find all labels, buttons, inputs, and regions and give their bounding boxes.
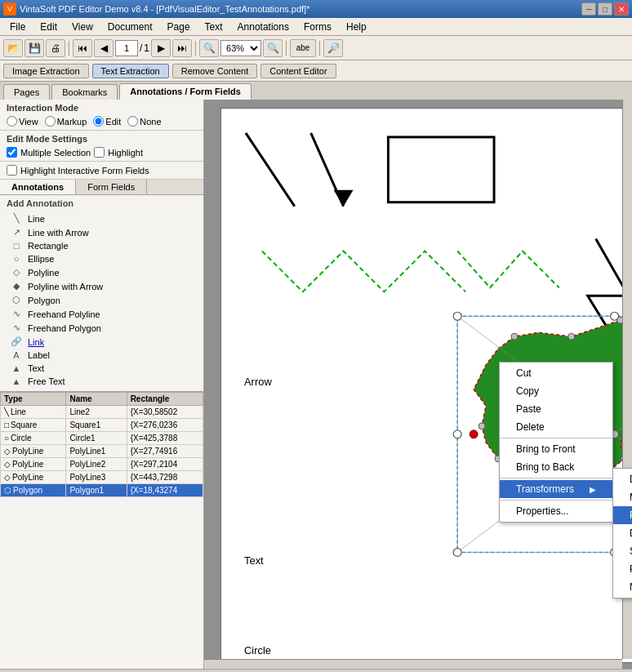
title-bar-controls[interactable]: ─ □ ✕ [581, 2, 629, 16]
submenu-skew[interactable]: Skew [613, 542, 632, 560]
print-button[interactable]: 🖨 [46, 39, 65, 57]
add-annotation-list: Add Annotation ╲ Line ↗ Line with Arrow … [0, 195, 203, 391]
submenu-move-resize-rotate[interactable]: Move/Resize/Rotate [613, 488, 632, 506]
next-page-button[interactable]: ▶ [151, 39, 171, 57]
ctx-bring-back[interactable]: Bring to Back [500, 458, 612, 476]
polyline-icon: ◇ [10, 267, 23, 278]
add-polygon[interactable]: ⬡ Polygon [7, 293, 197, 307]
table-row[interactable]: ◇PolyLine PolyLine3 {X=443,7298 [1, 471, 203, 484]
zoom-select[interactable]: 63% 100% 150% [220, 40, 261, 56]
remove-content-button[interactable]: Remove Content [172, 64, 258, 78]
menu-help[interactable]: Help [340, 20, 373, 34]
table-row[interactable]: ◇PolyLine PolyLine2 {X=297,2104 [1, 458, 203, 471]
mode-markup[interactable]: Markup [45, 116, 87, 127]
table-row[interactable]: ╲Line Line2 {X=30,58502 [1, 406, 203, 419]
submenu-distortion[interactable]: Distortion [613, 524, 632, 542]
add-polyline[interactable]: ◇ Polyline [7, 265, 197, 279]
ctx-bring-front[interactable]: Bring to Front [500, 440, 612, 458]
zoom-out-button[interactable]: 🔍 [199, 39, 219, 57]
annotation-table-area: Type Name Rectangle ╲Line Line2 {X=30,58… [0, 391, 203, 669]
freehand-polyline-icon: ∿ [10, 309, 23, 319]
submenu-arrow-icon: ▶ [590, 485, 596, 494]
row-rect: {X=30,58502 [127, 406, 203, 419]
minimize-button[interactable]: ─ [581, 2, 596, 16]
menu-view[interactable]: View [65, 20, 100, 34]
row-name: Circle1 [66, 432, 127, 445]
add-ellipse[interactable]: ○ Ellipse [7, 252, 197, 265]
col-type: Type [1, 393, 66, 406]
search-button[interactable]: 🔎 [323, 39, 343, 57]
submenu-default[interactable]: Default [613, 470, 632, 488]
svg-point-25 [568, 333, 575, 340]
add-freehand-polygon[interactable]: ∿ Freehand Polygon [7, 321, 197, 335]
ann-tab-annotations[interactable]: Annotations [0, 180, 76, 194]
close-button[interactable]: ✕ [614, 2, 629, 16]
submenu-none[interactable]: None [613, 578, 632, 596]
ctx-cut[interactable]: Cut [500, 364, 612, 382]
tab-pages[interactable]: Pages [3, 84, 50, 100]
prev-page-button[interactable]: ◀ [94, 39, 113, 57]
menu-file[interactable]: File [3, 20, 32, 34]
save-button[interactable]: 💾 [24, 39, 44, 57]
canvas-area[interactable]: Arrow Text Circle Cut Copy Paste [204, 100, 632, 669]
add-text[interactable]: ▲ Text [7, 362, 197, 375]
menu-text[interactable]: Text [198, 20, 229, 34]
highlight-form-fields-label[interactable]: Highlight Interactive Form Fields [7, 165, 149, 176]
mode-edit[interactable]: Edit [93, 116, 121, 127]
ctx-paste[interactable]: Paste [500, 400, 612, 418]
ctx-copy[interactable]: Copy [500, 382, 612, 400]
menu-page[interactable]: Page [161, 20, 197, 34]
table-row-selected[interactable]: ⬡Polygon Polygon1 {X=18,43274 [1, 484, 203, 497]
text-extraction-button[interactable]: Text Extraction [92, 64, 169, 78]
ctx-transformers[interactable]: Transformers ▶ [500, 480, 612, 498]
zoom-in-button[interactable]: 🔍 [263, 39, 283, 57]
add-line-arrow[interactable]: ↗ Line with Arrow [7, 225, 197, 239]
submenu-points-move-resize-rotate[interactable]: Points/Move/Resize/Rotate [613, 506, 632, 524]
last-page-button[interactable]: ⏭ [172, 39, 192, 57]
pdf-canvas[interactable]: Arrow Text Circle Cut Copy Paste [220, 108, 632, 663]
add-link[interactable]: 🔗 Link [7, 335, 197, 349]
highlight-form-fields-section: Highlight Interactive Form Fields [0, 162, 203, 180]
add-label[interactable]: A Label [7, 349, 197, 362]
menu-annotations[interactable]: Annotations [231, 20, 296, 34]
title-bar: V VintaSoft PDF Editor Demo v8.4 - [PdfV… [0, 0, 632, 18]
first-page-button[interactable]: ⏮ [73, 39, 92, 57]
submenu-points[interactable]: Points [613, 560, 632, 578]
annotation-tabs: Annotations Form Fields [0, 180, 203, 195]
ctx-properties[interactable]: Properties... [500, 502, 612, 520]
mode-none[interactable]: None [127, 116, 161, 127]
content-editor-button[interactable]: Content Editor [260, 64, 336, 78]
svg-point-14 [453, 312, 461, 320]
ctx-delete[interactable]: Delete [500, 418, 612, 436]
add-freehand-polyline[interactable]: ∿ Freehand Polyline [7, 307, 197, 321]
add-polyline-arrow[interactable]: ◆ Polyline with Arrow [7, 279, 197, 293]
svg-text:Circle: Circle [244, 644, 271, 656]
maximize-button[interactable]: □ [598, 2, 612, 16]
menu-edit[interactable]: Edit [33, 20, 64, 34]
menu-forms[interactable]: Forms [297, 20, 338, 34]
highlight-label[interactable]: Highlight [94, 147, 143, 158]
image-extraction-button[interactable]: Image Extraction [3, 64, 89, 78]
annotation-table-scroll[interactable]: Type Name Rectangle ╲Line Line2 {X=30,58… [0, 392, 203, 497]
add-free-text[interactable]: ▲ Free Text [7, 375, 197, 388]
app-icon: V [3, 2, 16, 16]
table-row[interactable]: □Square Square1 {X=276,0236 [1, 419, 203, 432]
table-row[interactable]: ○Circle Circle1 {X=425,3788 [1, 432, 203, 445]
text-button[interactable]: abe [290, 39, 316, 57]
multiple-selection-label[interactable]: Multiple Selection [7, 147, 91, 158]
mode-view[interactable]: View [7, 116, 38, 127]
add-line[interactable]: ╲ Line [7, 211, 197, 225]
tab-annotations[interactable]: Annotations / Form Fields [119, 83, 251, 100]
tab-bookmarks[interactable]: Bookmarks [51, 84, 118, 100]
ann-tab-form-fields[interactable]: Form Fields [76, 180, 147, 194]
add-rectangle[interactable]: □ Rectangle [7, 239, 197, 252]
svg-text:Arrow: Arrow [244, 376, 272, 388]
menu-document[interactable]: Document [101, 20, 159, 34]
polygon-icon: ⬡ [10, 295, 23, 305]
page-input[interactable] [115, 40, 138, 56]
svg-point-23 [470, 430, 478, 438]
open-button[interactable]: 📂 [3, 39, 23, 57]
table-row[interactable]: ◇PolyLine PolyLine1 {X=27,74916 [1, 445, 203, 458]
horizontal-scrollbar[interactable] [204, 659, 622, 669]
svg-text:Text: Text [244, 554, 264, 567]
